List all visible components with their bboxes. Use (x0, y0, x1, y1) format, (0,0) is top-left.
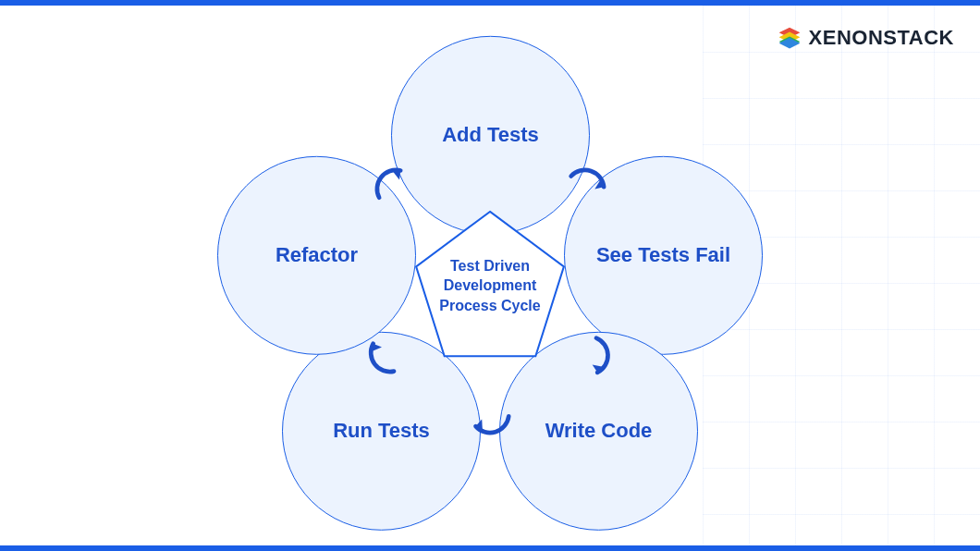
step-label: Run Tests (333, 419, 430, 443)
brand-logo: XENONSTACK (778, 26, 954, 50)
step-add-tests: Add Tests (391, 36, 590, 235)
step-label: Add Tests (442, 123, 539, 147)
diagram-frame: XENONSTACK Add Tests See Tests Fail Writ… (0, 0, 980, 551)
arrow-icon (356, 330, 408, 382)
step-label: Refactor (276, 243, 358, 267)
step-label: Write Code (545, 419, 653, 443)
center-pentagon: Test Driven Development Process Cycle (411, 207, 569, 364)
step-label: See Tests Fail (596, 243, 730, 267)
brand-name: XENONSTACK (809, 26, 954, 50)
tdd-cycle-diagram: Add Tests See Tests Fail Write Code Run … (194, 36, 786, 535)
center-label: Test Driven Development Process Cycle (411, 255, 569, 315)
